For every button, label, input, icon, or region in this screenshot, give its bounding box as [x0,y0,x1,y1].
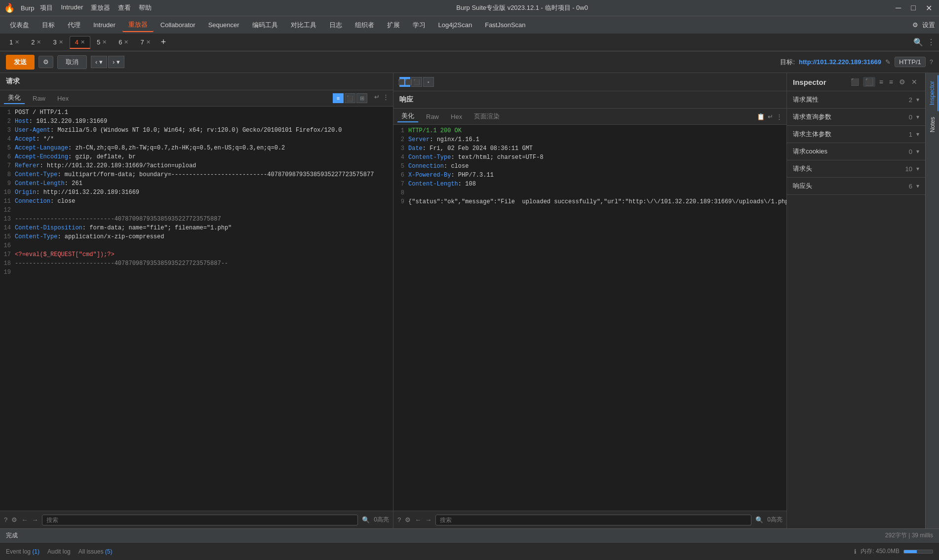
nav-compare[interactable]: 对比工具 [285,19,322,32]
tab-4-close[interactable]: ✕ [80,39,85,45]
response-help-icon[interactable]: ? [397,516,401,523]
request-view-grid[interactable]: ⊞ [356,93,367,103]
inspector-view-1[interactable]: ⬛ [849,77,861,87]
tab-7[interactable]: 7 ✕ [135,36,156,48]
send-button[interactable]: 发送 [6,55,35,70]
request-view-split[interactable]: ⬛ [345,93,355,103]
menu-help[interactable]: 帮助 [139,3,152,12]
response-view-stacked[interactable]: ⬛ [411,77,422,87]
nav-repeater[interactable]: 重放器 [122,18,154,32]
inspector-view-2[interactable]: ⬛ [863,77,875,87]
search-icon[interactable]: 🔍 [913,37,923,47]
nav-extensions[interactable]: 扩展 [381,19,406,32]
nav-encoder[interactable]: 编码工具 [246,19,284,32]
request-tab-pretty[interactable]: 美化 [4,92,25,104]
inspector-row-2[interactable]: 请求主体参数 1 ▾ [787,126,925,143]
tab-2[interactable]: 2 ✕ [26,36,46,48]
inspector-align-right[interactable]: ≡ [887,77,895,87]
sidebar-tab-notes[interactable]: Notes [927,111,938,138]
nav-target[interactable]: 目标 [36,19,61,32]
tab-add-button[interactable]: + [157,37,170,47]
inspector-align-left[interactable]: ≡ [877,77,885,87]
nav-learn[interactable]: 学习 [407,19,431,32]
response-tab-render[interactable]: 页面渲染 [470,111,504,122]
response-wrap-icon[interactable]: ↵ [768,113,773,120]
cancel-button[interactable]: 取消 [57,55,87,69]
response-view-side[interactable]: ⬛⬛ [399,77,410,87]
help-icon[interactable]: ? [930,58,933,66]
tab-6[interactable]: 6 ✕ [113,36,134,48]
inspector-settings-icon[interactable]: ⚙ [897,77,907,87]
sidebar-tab-inspector[interactable]: Inspector [927,75,939,111]
nav-sequencer[interactable]: Sequencer [202,19,245,31]
tab-2-close[interactable]: ✕ [37,39,41,45]
response-search-icon[interactable]: 🔍 [755,516,763,523]
request-tab-raw[interactable]: Raw [29,94,49,103]
response-tab-pretty[interactable]: 美化 [397,111,418,122]
tab-5[interactable]: 5 ✕ [91,36,112,48]
settings-button[interactable]: ⚙ [39,56,53,68]
settings-label[interactable]: 设置 [922,21,935,30]
next-button[interactable]: › ▾ [108,56,124,68]
request-forward-icon[interactable]: → [32,516,38,523]
nav-fastjsonscan[interactable]: FastJsonScan [479,19,531,31]
nav-logger[interactable]: 日志 [323,19,348,32]
nav-log4j2scan[interactable]: Log4j2Scan [432,19,478,31]
nav-organizer[interactable]: 组织者 [349,19,380,32]
nav-proxy[interactable]: 代理 [62,19,86,32]
tab-7-close[interactable]: ✕ [146,39,151,45]
response-back-icon[interactable]: ← [415,516,421,523]
nav-collaborator[interactable]: Collaborator [155,19,201,31]
tab-1-close[interactable]: ✕ [15,39,19,45]
maximize-button[interactable]: □ [908,3,919,12]
response-tab-raw[interactable]: Raw [422,112,443,121]
nav-settings[interactable]: ⚙ 设置 [912,21,935,30]
request-more-icon[interactable]: ⋮ [383,93,389,103]
request-tab-hex[interactable]: Hex [53,94,73,103]
inspector-row-0[interactable]: 请求属性 2 ▾ [787,91,925,108]
response-copy-icon[interactable]: 📋 [757,113,765,120]
burp-menu-item[interactable]: Burp [21,4,34,12]
response-more-icon[interactable]: ⋮ [776,113,782,120]
inspector-close-icon[interactable]: ✕ [909,77,919,87]
request-search-input[interactable] [42,515,358,525]
tab-6-close[interactable]: ✕ [124,39,128,45]
http-version[interactable]: HTTP/1 [895,57,926,67]
all-issues-item[interactable]: All issues (5) [78,548,113,555]
nav-dashboard[interactable]: 仪表盘 [4,19,35,32]
edit-target-icon[interactable]: ✎ [885,58,891,66]
menu-repeater[interactable]: 重放器 [91,3,110,12]
response-search-input[interactable] [435,515,751,525]
inspector-row-3[interactable]: 请求cookies 0 ▾ [787,143,925,160]
menu-view[interactable]: 查看 [118,3,131,12]
tab-3-close[interactable]: ✕ [59,39,63,45]
tab-5-close[interactable]: ✕ [102,39,107,45]
request-search-icon[interactable]: 🔍 [362,516,370,523]
inspector-row-4[interactable]: 请求头 10 ▾ [787,160,925,177]
inspector-row-5[interactable]: 响应头 6 ▾ [787,178,925,194]
inspector-row-1[interactable]: 请求查询参数 0 ▾ [787,109,925,125]
prev-button[interactable]: ‹ ▾ [91,56,107,68]
tab-3[interactable]: 3 ✕ [47,36,68,48]
response-view-single[interactable]: ▪ [423,77,434,87]
response-code-area[interactable]: 1HTTP/1.1 200 OK2Server: nginx/1.16.13Da… [393,125,786,511]
close-button[interactable]: ✕ [923,3,935,13]
audit-log-item[interactable]: Audit log [47,548,71,555]
tab-options-icon[interactable]: ⋮ [927,37,935,47]
nav-intruder[interactable]: Intruder [87,19,121,31]
menu-project[interactable]: 项目 [40,3,53,12]
response-settings-icon[interactable]: ⚙ [405,516,411,523]
response-tab-hex[interactable]: Hex [447,112,466,121]
request-code-area[interactable]: 1POST / HTTP/1.12Host: 101.32.220.189:31… [0,107,393,511]
event-log-item[interactable]: Event log (1) [6,548,39,555]
request-back-icon[interactable]: ← [21,516,28,523]
tab-4[interactable]: 4 ✕ [70,36,90,49]
minimize-button[interactable]: ─ [893,3,904,12]
request-settings-icon[interactable]: ⚙ [11,516,17,523]
tab-1[interactable]: 1 ✕ [4,36,25,48]
request-help-icon[interactable]: ? [4,516,7,523]
response-forward-icon[interactable]: → [425,516,431,523]
request-wrap-icon[interactable]: ↵ [374,93,380,103]
request-view-text[interactable]: ≡ [333,93,344,103]
menu-intruder[interactable]: Intruder [61,3,83,12]
